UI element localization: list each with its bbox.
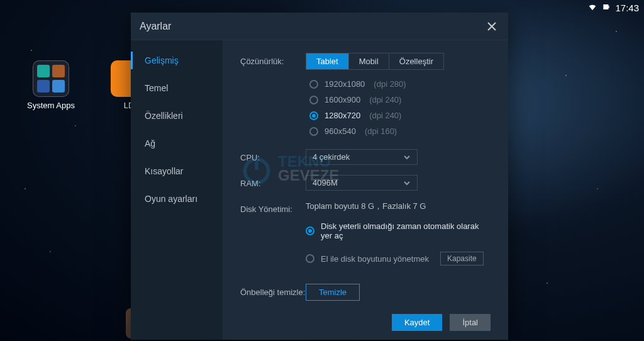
resolution-option[interactable]: 1600x900(dpi 240) xyxy=(309,92,491,108)
desktop-icon-label: System Apps xyxy=(23,101,79,110)
settings-modal: Ayarlar Gelişmiş Temel Özellikleri Ağ Kı… xyxy=(131,13,508,340)
close-icon xyxy=(487,22,496,31)
desktop-icon-system-apps[interactable]: System Apps xyxy=(23,60,79,110)
chevron-down-icon xyxy=(403,179,411,187)
seg-custom[interactable]: Özelleştir xyxy=(389,53,443,69)
seg-mobile[interactable]: Mobil xyxy=(349,53,389,69)
seg-tablet[interactable]: Tablet xyxy=(306,53,349,69)
status-time: 17:43 xyxy=(615,3,639,13)
radio-icon xyxy=(309,80,318,89)
radio-icon xyxy=(309,96,318,104)
settings-sidebar: Gelişmiş Temel Özellikleri Ağ Kısayollar… xyxy=(131,40,223,340)
sidebar-item-advanced[interactable]: Gelişmiş xyxy=(131,47,223,74)
resolution-option[interactable]: 1280x720(dpi 240) xyxy=(309,108,491,123)
resolution-label: Çözünürlük: xyxy=(240,53,306,66)
radio-icon xyxy=(309,111,318,120)
ram-label: RAM: xyxy=(240,175,306,188)
cancel-button[interactable]: İptal xyxy=(450,314,491,331)
sidebar-item-basic[interactable]: Temel xyxy=(131,74,223,102)
modal-header: Ayarlar xyxy=(131,13,508,40)
resolution-mode-segment: Tablet Mobil Özelleştir xyxy=(306,53,444,70)
disk-manual-option[interactable]: El ile disk boyutunu yönetmek Kapasite xyxy=(306,249,491,269)
resolution-option[interactable]: 960x540(dpi 160) xyxy=(309,123,491,139)
settings-content: Çözünürlük: Tablet Mobil Özelleştir 1920… xyxy=(223,40,508,340)
resolution-options: 1920x1080(dpi 280) 1600x900(dpi 240) 128… xyxy=(309,76,491,139)
sidebar-item-game-settings[interactable]: Oyun ayarları xyxy=(131,185,223,213)
cpu-label: CPU: xyxy=(240,149,306,162)
folder-icon xyxy=(33,60,69,97)
resolution-option[interactable]: 1920x1080(dpi 280) xyxy=(309,76,491,92)
wifi-icon xyxy=(587,2,597,14)
close-button[interactable] xyxy=(484,19,499,34)
disk-label: Disk Yönetimi: xyxy=(240,201,306,214)
sidebar-item-network[interactable]: Ağ xyxy=(131,130,223,157)
disk-auto-option[interactable]: Disk yeterli olmadığı zaman otomatik ola… xyxy=(306,218,491,243)
sidebar-item-properties[interactable]: Özellikleri xyxy=(131,102,223,130)
battery-icon xyxy=(601,2,611,14)
clear-cache-button[interactable]: Temizle xyxy=(306,284,360,301)
save-button[interactable]: Kaydet xyxy=(392,314,442,331)
svg-rect-0 xyxy=(604,4,609,9)
sidebar-item-shortcuts[interactable]: Kısayollar xyxy=(131,157,223,185)
disk-info: Toplam boyutu 8 G，Fazlalık 7 G xyxy=(306,201,491,212)
status-bar: 17:43 xyxy=(587,0,639,15)
radio-icon xyxy=(306,254,314,263)
cpu-select[interactable]: 4 çekirdek xyxy=(306,149,418,165)
radio-icon xyxy=(309,127,318,136)
modal-title: Ayarlar xyxy=(140,21,171,32)
svg-rect-1 xyxy=(609,6,609,8)
modal-footer: Kaydet İptal xyxy=(392,314,491,331)
cache-label: Önbelleği temizle: xyxy=(240,284,306,297)
chevron-down-icon xyxy=(403,154,411,161)
radio-icon xyxy=(306,226,314,235)
ram-select[interactable]: 4096M xyxy=(306,175,418,191)
capacity-button[interactable]: Kapasite xyxy=(440,252,484,266)
